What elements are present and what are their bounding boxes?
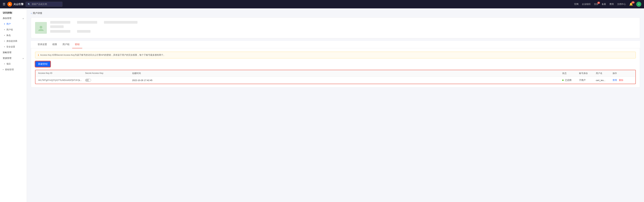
avatar[interactable]: U (636, 2, 641, 7)
table-row: AKLTMTg0YmQ2YjA2YTczNDAxNGFjNTJhYjk... 2… (36, 77, 636, 84)
breadcrumb: ‹ 用户详情 (31, 12, 640, 15)
notification-badge: 15 (632, 1, 634, 3)
user-info-row-2 (50, 30, 636, 33)
user-field-2-value (77, 21, 97, 24)
breadcrumb-title: 用户详情 (33, 12, 42, 15)
col-header-created-time: 创建时间 (132, 72, 562, 75)
user-field-5-value (77, 30, 90, 33)
col-header-actions: 操作 (612, 72, 633, 75)
sidebar-item-idp-label: 身份提供商 (6, 40, 17, 43)
sidebar-item-roles[interactable]: 角色 (0, 32, 27, 38)
cell-status: 已启用 (562, 79, 579, 82)
nav-link-docs[interactable]: 文档中心 (617, 3, 626, 6)
secret-key-toggle[interactable] (85, 79, 91, 82)
sidebar-item-users[interactable]: 用户 (0, 21, 27, 27)
sidebar-title: 访问控制 (0, 10, 27, 15)
tab-keys[interactable]: 密钥 (72, 41, 82, 48)
logo: 火山引擎 (8, 2, 24, 6)
user-field-4 (50, 30, 70, 33)
user-field-3 (104, 21, 138, 28)
nav-support-wrap: 支持 8 (594, 3, 598, 6)
sidebar-item-keys[interactable]: 密钥管理 (0, 67, 27, 72)
user-avatar (35, 22, 47, 34)
sidebar-item-security[interactable]: 安全设置 (0, 44, 27, 50)
tab-permissions[interactable]: 权限 (50, 41, 60, 48)
nav-right: 官网 企业组织 支持 8 备案 费用 文档中心 🔔 15 U (574, 2, 641, 7)
sidebar-item-security-label: 安全设置 (6, 45, 15, 48)
sidebar-item-keys-label: 密钥管理 (5, 68, 14, 71)
sidebar-item-project-label: 项目 (6, 62, 11, 65)
tab-usergroup[interactable]: 用户组 (60, 41, 72, 48)
cell-access-key-id: AKLTMTg0YmQ2YjA2YTczNDAxNGFjNTJhYjk... (38, 79, 85, 81)
sidebar-group-resource[interactable]: 资源管理 ▲ (0, 55, 27, 61)
tab-login-settings[interactable]: 登录设置 (35, 41, 50, 48)
status-dot (562, 79, 564, 81)
user-info-row-1 (50, 21, 636, 28)
breadcrumb-back[interactable]: ‹ (31, 12, 32, 14)
notice-icon: ℹ (38, 54, 39, 56)
nav-left: ☰ 火山引擎 🔍 搜索产品或文档 (3, 2, 62, 7)
notice-text: Access Key ID和Secret Access Key为该子账号的访问火… (40, 53, 166, 56)
sidebar-item-roles-label: 角色 (6, 34, 11, 37)
cell-actions: 禁用 删除 (612, 79, 633, 82)
status-text: 已启用 (565, 79, 572, 81)
sidebar: 访问控制 身份管理 ▲ 用户 用户组 角色 身份提供商 安全设置 策略管理 资源… (0, 8, 27, 202)
action-delete[interactable]: 删除 (619, 79, 623, 81)
user-field-4-value (50, 30, 70, 33)
cell-account-type: 子用户 (579, 79, 596, 82)
nav-link-org[interactable]: 企业组织 (582, 3, 590, 6)
col-header-account-type: 账号身份 (579, 72, 596, 75)
user-field-1-sub (50, 25, 64, 28)
support-badge: 8 (597, 2, 600, 4)
nav-link-beian[interactable]: 备案 (602, 3, 606, 6)
sidebar-group-policy[interactable]: 策略管理 (0, 50, 27, 55)
chevron-up-icon: ▲ (22, 17, 24, 19)
table-header: Access Key ID Secret Access Key 创建时间 状态 … (36, 70, 636, 77)
svg-point-1 (40, 26, 42, 28)
user-detail-card (31, 17, 640, 38)
top-navigation: ☰ 火山引擎 🔍 搜索产品或文档 官网 企业组织 支持 8 备案 费用 文档中心… (0, 0, 644, 8)
col-header-secret-key: Secret Access Key (85, 72, 132, 75)
user-info-area (50, 21, 636, 35)
col-header-access-key-id: Access Key ID (38, 72, 85, 75)
search-placeholder: 搜索产品或文档 (32, 3, 47, 6)
notice-bar: ℹ Access Key ID和Secret Access Key为该子账号的访… (35, 52, 636, 58)
user-field-5 (77, 30, 90, 33)
chevron-up-icon-2: ▲ (22, 57, 24, 59)
main-layout: 访问控制 身份管理 ▲ 用户 用户组 角色 身份提供商 安全设置 策略管理 资源… (0, 8, 644, 202)
user-field-1-value (50, 21, 70, 24)
action-disable[interactable]: 禁用 (612, 79, 617, 81)
search-bar[interactable]: 🔍 搜索产品或文档 (26, 2, 62, 7)
main-content: ‹ 用户详情 (27, 8, 644, 202)
notification-wrap: 🔔 15 (629, 2, 633, 6)
logo-text: 火山引擎 (14, 3, 24, 6)
sidebar-group-identity[interactable]: 身份管理 ▲ (0, 15, 27, 21)
sidebar-group-policy-label: 策略管理 (3, 51, 12, 54)
hamburger-icon[interactable]: ☰ (3, 2, 5, 6)
search-icon: 🔍 (28, 3, 30, 5)
key-table: Access Key ID Secret Access Key 创建时间 状态 … (35, 70, 636, 84)
cell-secret-key-toggle (85, 79, 132, 82)
sidebar-item-usergroups-label: 用户组 (6, 28, 13, 31)
sidebar-item-users-label: 用户 (6, 22, 11, 25)
user-field-2 (77, 21, 97, 28)
cell-username: cert_tes... (596, 79, 612, 82)
user-field-3-value (104, 21, 138, 24)
sidebar-group-identity-label: 身份管理 (3, 17, 12, 20)
logo-icon (8, 2, 12, 6)
sidebar-item-idp[interactable]: 身份提供商 (0, 38, 27, 44)
tabs-bar: 登录设置 权限 用户组 密钥 (31, 41, 640, 48)
nav-link-official[interactable]: 官网 (574, 3, 578, 6)
sidebar-item-project[interactable]: 项目 (0, 61, 27, 67)
sidebar-item-usergroups[interactable]: 用户组 (0, 27, 27, 32)
sidebar-group-resource-label: 资源管理 (3, 57, 12, 60)
col-header-username: 用户名 (596, 72, 612, 75)
new-key-button[interactable]: 新建密钥 (35, 61, 50, 67)
col-header-status: 状态 (562, 72, 579, 75)
tabs-container: 登录设置 权限 用户组 密钥 ℹ Access Key ID和Secret Ac… (31, 41, 640, 88)
avatar-icon (38, 24, 44, 31)
nav-link-cost[interactable]: 费用 (610, 3, 614, 6)
tab-content-keys: ℹ Access Key ID和Secret Access Key为该子账号的访… (31, 48, 640, 88)
cell-created-time: 2022-10-26 17:42:45 (132, 79, 562, 82)
user-field-1 (50, 21, 70, 28)
